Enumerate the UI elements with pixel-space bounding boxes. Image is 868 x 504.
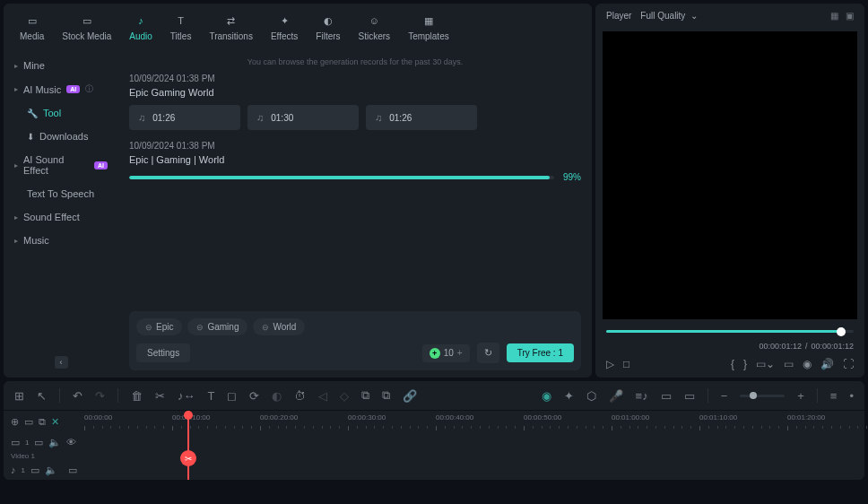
tab-templates[interactable]: ▦Templates bbox=[399, 9, 458, 45]
generation-block: 10/09/2024 01:38 PMEpic | Gaming | World… bbox=[129, 141, 581, 182]
sidebar-item-sound-effect[interactable]: ▸Sound Effect bbox=[4, 205, 118, 229]
hide-track-icon[interactable]: 👁 bbox=[66, 437, 76, 448]
sidebar-item-downloads[interactable]: ⬇Downloads bbox=[4, 125, 118, 148]
generation-bar: ⊖Epic⊖Gaming⊖World Settings + 10 + ↻ Try… bbox=[129, 311, 581, 370]
audio-clip[interactable]: ♫01:26 bbox=[129, 105, 240, 130]
mark-in-button[interactable]: { bbox=[731, 358, 734, 370]
timeline-panel: ⊞ ↖ ↶ ↷ 🗑 ✂ ♪↔ T ◻ ⟳ ◐ ⏱ ◁ ◇ ⧉ ⧉ 🔗 ◉ ✦ ⬡… bbox=[4, 381, 864, 480]
ai-music-content: You can browse the generation records fo… bbox=[118, 50, 592, 378]
prompt-tag[interactable]: ⊖World bbox=[253, 318, 305, 335]
credits-pill[interactable]: + 10 + bbox=[422, 344, 470, 362]
expand-track-icon[interactable]: ▭ bbox=[68, 465, 77, 476]
seek-bar[interactable] bbox=[606, 330, 854, 333]
ruler-tick: 00:01:10:00 bbox=[699, 413, 737, 421]
snapshot-button[interactable]: ◉ bbox=[803, 358, 812, 370]
ai-tool-icon[interactable]: ◉ bbox=[542, 389, 551, 403]
timeline-ruler[interactable]: 00:00:0000:00:10:0000:00:20:0000:00:30:0… bbox=[84, 411, 864, 432]
fullscreen-button[interactable]: ⛶ bbox=[843, 358, 854, 370]
enhance-tool-icon[interactable]: ✦ bbox=[564, 389, 574, 403]
tab-titles[interactable]: TTitles bbox=[161, 9, 201, 45]
text-tool-icon[interactable]: T bbox=[208, 389, 215, 403]
sidebar-item-text-to-speech[interactable]: Text To Speech bbox=[4, 182, 118, 205]
voiceover-tool-icon[interactable]: 🎤 bbox=[609, 389, 623, 403]
adjustment-tool-icon[interactable]: ▭ bbox=[661, 389, 672, 403]
delete-button[interactable]: 🗑 bbox=[131, 389, 143, 403]
mute-track-icon[interactable]: 🔈 bbox=[45, 465, 57, 476]
audio-stretch-icon[interactable]: ♪↔ bbox=[178, 389, 195, 403]
tab-transitions[interactable]: ⇄Transitions bbox=[200, 9, 262, 45]
quality-select[interactable]: Full Quality ⌄ bbox=[640, 11, 698, 21]
tab-filters[interactable]: ◐Filters bbox=[307, 9, 349, 45]
prompt-tag[interactable]: ⊖Gaming bbox=[187, 318, 247, 335]
playhead[interactable]: ✂ bbox=[187, 411, 189, 480]
generation-title: Epic Gaming World bbox=[129, 87, 581, 98]
audio-track-icon[interactable]: ♪ bbox=[11, 465, 16, 475]
volume-button[interactable]: 🔊 bbox=[820, 358, 834, 370]
zoom-in-button[interactable]: + bbox=[797, 389, 804, 403]
zoom-out-button[interactable]: − bbox=[721, 389, 728, 403]
try-free-button[interactable]: Try Free : 1 bbox=[507, 343, 574, 362]
lock-track-icon[interactable]: ▭ bbox=[30, 465, 39, 476]
refresh-button[interactable]: ↻ bbox=[477, 343, 499, 363]
mute-track-icon[interactable]: 🔈 bbox=[48, 437, 61, 448]
aspect-button[interactable]: ▭ bbox=[784, 358, 794, 370]
ungroup-tool-icon[interactable]: ⧉ bbox=[382, 388, 390, 403]
toggle-layout-icon[interactable]: ⊞ bbox=[14, 389, 24, 403]
speed-tool-icon[interactable]: ⟳ bbox=[249, 389, 259, 403]
tab-effects[interactable]: ✦Effects bbox=[262, 9, 307, 45]
mixer-tool-icon[interactable]: ≡♪ bbox=[636, 389, 648, 403]
settings-button[interactable]: Settings bbox=[136, 343, 190, 362]
tab-stickers[interactable]: ☺Stickers bbox=[350, 9, 400, 45]
link-tool-icon[interactable]: 🔗 bbox=[403, 389, 417, 403]
filters-icon: ◐ bbox=[320, 13, 336, 29]
audio-track-1[interactable] bbox=[84, 460, 864, 480]
sidebar-item-mine[interactable]: ▸Mine bbox=[4, 54, 118, 77]
grid-view-icon[interactable]: ▦ bbox=[830, 11, 838, 21]
cursor-tool-icon[interactable]: ↖ bbox=[37, 389, 47, 403]
mark-out-button[interactable]: } bbox=[743, 358, 747, 370]
preview-video[interactable] bbox=[603, 31, 857, 319]
sidebar-collapse-button[interactable]: ‹ bbox=[55, 356, 68, 369]
keyframe-back-icon[interactable]: ◁ bbox=[318, 389, 327, 403]
sidebar-item-ai-music[interactable]: ▸AI MusicAIⓘ bbox=[4, 77, 118, 101]
stickers-icon: ☺ bbox=[366, 13, 382, 29]
timeline-more-icon[interactable]: • bbox=[849, 389, 854, 403]
sidebar-item-tool[interactable]: 🔧Tool bbox=[4, 101, 118, 125]
split-button[interactable]: ✂ bbox=[155, 389, 165, 403]
color-tool-icon[interactable]: ◐ bbox=[272, 389, 282, 403]
tab-media[interactable]: ▭Media bbox=[11, 9, 53, 45]
tab-audio[interactable]: ♪Audio bbox=[120, 9, 161, 45]
sidebar-item-music[interactable]: ▸Music bbox=[4, 229, 118, 252]
timeline-toolbar: ⊞ ↖ ↶ ↷ 🗑 ✂ ♪↔ T ◻ ⟳ ◐ ⏱ ◁ ◇ ⧉ ⧉ 🔗 ◉ ✦ ⬡… bbox=[4, 381, 864, 411]
templates-icon: ▦ bbox=[421, 13, 437, 29]
video-track-1[interactable] bbox=[84, 432, 864, 452]
duration-tool-icon[interactable]: ⏱ bbox=[294, 389, 306, 403]
add-track-icon[interactable]: ⊕ bbox=[11, 416, 19, 428]
folder-track-icon[interactable]: ▭ bbox=[24, 416, 33, 428]
preview-panel: Player Full Quality ⌄ ▦ ▣ 00:00:01:12 / … bbox=[595, 4, 864, 378]
play-button[interactable]: ▷ bbox=[606, 358, 614, 370]
marker-tool-icon[interactable]: ⬡ bbox=[586, 389, 596, 403]
prompt-tag[interactable]: ⊖Epic bbox=[136, 318, 182, 335]
chevron-down-icon: ⌄ bbox=[690, 11, 698, 21]
crop-tool-icon[interactable]: ◻ bbox=[227, 389, 237, 403]
redo-button[interactable]: ↷ bbox=[95, 389, 105, 403]
snap-track-icon[interactable]: ✕ bbox=[51, 416, 59, 428]
undo-button[interactable]: ↶ bbox=[73, 389, 82, 403]
audio-clip[interactable]: ♫01:26 bbox=[366, 105, 477, 130]
link-track-icon[interactable]: ⧉ bbox=[39, 416, 46, 428]
scissors-icon[interactable]: ✂ bbox=[180, 450, 196, 466]
stop-button[interactable]: □ bbox=[623, 358, 629, 370]
lock-track-icon[interactable]: ▭ bbox=[34, 437, 43, 448]
render-tool-icon[interactable]: ▭ bbox=[684, 389, 695, 403]
audio-clip[interactable]: ♫01:30 bbox=[247, 105, 359, 130]
tab-stock-media[interactable]: ▭Stock Media bbox=[53, 9, 120, 45]
video-track-icon[interactable]: ▭ bbox=[11, 437, 20, 448]
sidebar-item-ai-sound-effect[interactable]: ▸AI Sound EffectAI bbox=[4, 148, 118, 182]
keyframe-icon[interactable]: ◇ bbox=[340, 389, 349, 403]
zoom-slider[interactable] bbox=[740, 395, 785, 397]
markers-button[interactable]: ▭⌄ bbox=[756, 358, 775, 370]
group-tool-icon[interactable]: ⧉ bbox=[361, 388, 369, 403]
timeline-view-icon[interactable]: ≡ bbox=[830, 389, 838, 403]
image-view-icon[interactable]: ▣ bbox=[846, 11, 854, 21]
